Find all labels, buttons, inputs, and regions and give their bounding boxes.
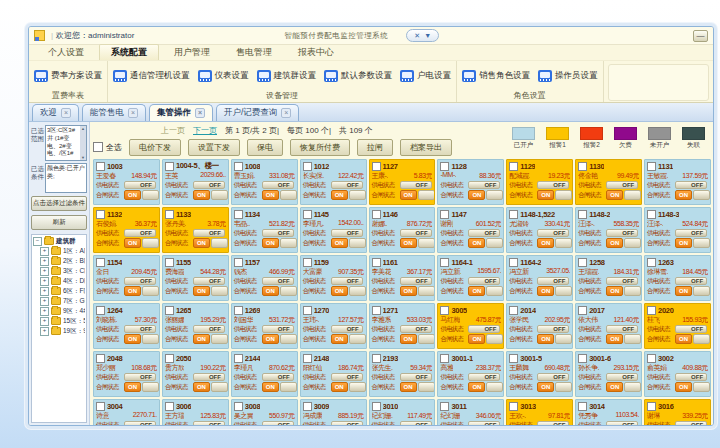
gate-on-toggle[interactable]: ON [606,190,623,200]
gate-off-toggle[interactable] [693,286,710,296]
room-checkbox[interactable] [165,162,174,171]
room-checkbox[interactable] [234,258,243,267]
room-card-1131[interactable]: 1131王敏霞.137.59元供电状态OFF合闸状态ON [644,159,711,205]
room-card-1145[interactable]: 1145李瑾凡.1542.00..供电状态OFF合闸状态ON [300,207,367,253]
room-card-1129[interactable]: 1129配城霞.19.23元供电状态OFF合闸状态ON [506,159,573,205]
room-card-1155[interactable]: 1155费海霞544.28元供电状态OFF合闸状态ON [162,255,229,301]
tree-node-8[interactable]: +15区：5#变站(3#变 [33,316,85,326]
room-checkbox[interactable] [509,162,518,171]
expand-icon[interactable]: + [40,307,49,316]
supply-off-toggle[interactable]: OFF [606,277,638,285]
gate-on-toggle[interactable]: ON [331,286,348,296]
supply-off-toggle[interactable]: OFF [400,229,432,237]
supply-off-toggle[interactable]: OFF [331,229,363,237]
gate-off-toggle[interactable] [693,334,710,344]
gate-on-toggle[interactable]: ON [400,334,417,344]
room-card-2020[interactable]: 2020桂飞155.93元供电状态OFF合闸状态ON [644,303,711,349]
room-card-3016[interactable]: 3016谢琳339.25元供电状态OFF合闸状态ON [644,399,711,425]
room-checkbox[interactable] [165,306,174,315]
room-card-1003[interactable]: 1003王爱春148.94元供电状态OFF合闸状态ON [93,159,160,205]
gate-off-toggle[interactable] [142,190,159,200]
menu-tab-1[interactable]: 个人设置 [37,45,95,60]
supply-off-toggle[interactable]: OFF [537,421,569,425]
action-button-3[interactable]: 保电 [247,139,283,156]
gate-off-toggle[interactable] [211,190,228,200]
room-card-1161[interactable]: 1161李美花367.17元供电状态OFF合闸状态ON [369,255,436,301]
gate-off-toggle[interactable] [693,190,710,200]
room-checkbox[interactable] [647,402,656,411]
room-checkbox[interactable] [234,306,243,315]
gate-on-toggle[interactable]: ON [606,238,623,248]
supply-off-toggle[interactable]: OFF [400,181,432,189]
gate-on-toggle[interactable]: ON [124,382,141,392]
gate-off-toggle[interactable] [142,286,159,296]
supply-off-toggle[interactable]: OFF [124,277,156,285]
gate-off-toggle[interactable] [486,286,503,296]
menu-tab-2[interactable]: 系统配置 [99,44,159,60]
supply-off-toggle[interactable]: OFF [675,373,707,381]
room-card-3011[interactable]: 3011纪幻珊346.06元供电状态OFF合闸状态ON [437,399,504,425]
action-button-5[interactable]: 拉闸 [357,139,393,156]
supply-off-toggle[interactable]: OFF [262,421,294,425]
supply-off-toggle[interactable]: OFF [400,421,432,425]
expand-icon[interactable]: + [40,257,49,266]
gate-on-toggle[interactable]: ON [262,382,279,392]
room-checkbox[interactable] [96,210,105,219]
choose-filter-button[interactable]: 点击选择过滤条件 [31,196,87,211]
room-checkbox[interactable] [440,210,449,219]
gate-off-toggle[interactable] [486,190,503,200]
tree-node-1[interactable]: +1区：A区1#井 [33,246,85,256]
room-checkbox[interactable] [372,210,381,219]
supply-off-toggle[interactable]: OFF [468,325,500,333]
supply-off-toggle[interactable]: OFF [193,421,225,425]
prev-page-link[interactable]: 上一页 [161,125,185,136]
gate-on-toggle[interactable]: ON [400,190,417,200]
supply-off-toggle[interactable]: OFF [193,181,225,189]
room-checkbox[interactable] [96,402,105,411]
room-checkbox[interactable] [440,306,449,315]
gate-off-toggle[interactable] [418,238,435,248]
doc-tab-3[interactable]: 集管操作× [149,104,213,121]
tab-close-icon[interactable]: × [195,108,205,118]
expand-icon[interactable]: + [40,247,49,256]
ribbon-button-2-4[interactable]: 默认参数设置 [324,70,392,82]
gate-on-toggle[interactable]: ON [468,238,485,248]
action-button-4[interactable]: 恢复所付费 [290,139,350,156]
gate-off-toggle[interactable] [418,334,435,344]
supply-off-toggle[interactable]: OFF [262,181,294,189]
room-card-1270[interactable]: 1270王玮-.127.57元供电状态OFF合闸状态ON [300,303,367,349]
supply-off-toggle[interactable]: OFF [468,421,500,425]
gate-off-toggle[interactable] [142,382,159,392]
supply-off-toggle[interactable]: OFF [262,373,294,381]
selected-range-listbox[interactable]: 3区:C区3#井 (1#变电、2#变电、/区1# ▲▼ [45,125,87,161]
gate-on-toggle[interactable]: ON [468,382,485,392]
gate-off-toggle[interactable] [349,286,366,296]
room-checkbox[interactable] [96,306,105,315]
supply-off-toggle[interactable]: OFF [331,373,363,381]
chevron-down-icon[interactable]: ▼ [424,32,431,39]
close-icon[interactable]: ✕ [414,32,420,40]
gate-off-toggle[interactable] [555,286,572,296]
tab-close-icon[interactable]: × [128,108,138,118]
gate-on-toggle[interactable]: ON [675,238,692,248]
room-card-1146[interactable]: 1146谢娜..876.72元供电状态OFF合闸状态ON [369,207,436,253]
room-card-1008[interactable]: 1008曹玉娟.331.08元供电状态OFF合闸状态ON [231,159,298,205]
action-button-2[interactable]: 设置下发 [188,139,240,156]
room-checkbox[interactable] [509,402,518,411]
gate-off-toggle[interactable] [211,382,228,392]
supply-off-toggle[interactable]: OFF [400,277,432,285]
minimize-button[interactable]: — [693,30,708,42]
next-page-link[interactable]: 下一页 [193,125,217,136]
room-checkbox[interactable] [578,258,587,267]
supply-off-toggle[interactable]: OFF [606,373,638,381]
supply-off-toggle[interactable]: OFF [193,277,225,285]
supply-off-toggle[interactable]: OFF [193,373,225,381]
tab-close-icon[interactable]: × [61,108,71,118]
room-checkbox[interactable] [647,354,656,363]
room-card-1004-5、楼一[interactable]: 1004-5、楼一王英2029.66..供电状态OFF合闸状态ON [162,159,229,205]
room-checkbox[interactable] [372,354,381,363]
tree-node-7[interactable]: +9区：4#楼电井(4# [33,306,85,316]
room-card-2193[interactable]: 2193张先生.59.34元供电状态OFF合闸状态ON [369,351,436,397]
supply-off-toggle[interactable]: OFF [468,373,500,381]
room-card-1157[interactable]: 1157钱杰466.99元供电状态OFF合闸状态ON [231,255,298,301]
